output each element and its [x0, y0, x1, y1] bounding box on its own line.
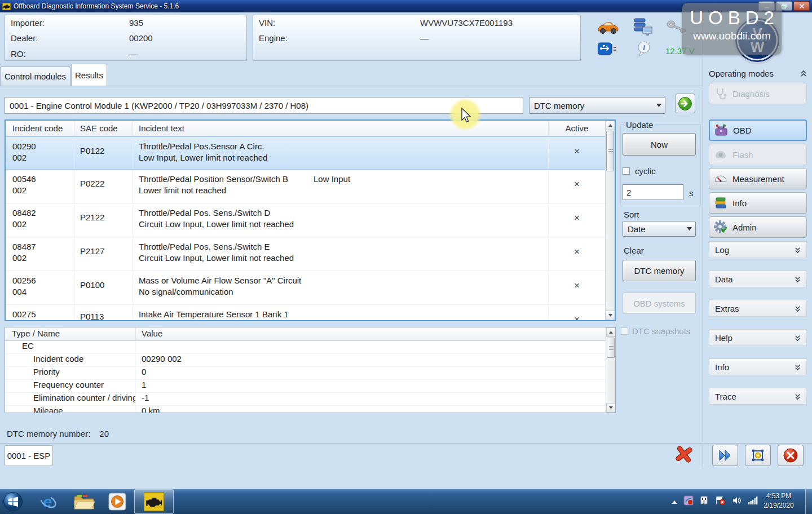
- continue-button[interactable]: [712, 445, 738, 466]
- network-server-icon: [633, 18, 654, 39]
- scroll-down-icon[interactable]: [606, 403, 616, 413]
- selected-module-field: 0001 - Engine Control Module 1 (KWP2000 …: [5, 97, 523, 114]
- close-button[interactable]: [793, 1, 810, 11]
- internet-explorer-icon[interactable]: e: [38, 493, 58, 512]
- window-title: Offboard Diagnostic Information System S…: [14, 2, 179, 10]
- detail-table-header: Type / Name Value: [5, 327, 606, 341]
- dtc-row[interactable]: 08487002 P2127 Throttle/Pedal Pos. Sens.…: [6, 237, 605, 271]
- svg-text:i: i: [643, 43, 645, 52]
- dtc-row[interactable]: 08482002 P2122 Throttle/Pedal Pos. Sens.…: [6, 203, 605, 237]
- dtc-table-scrollbar[interactable]: [605, 121, 615, 320]
- dtc-row[interactable]: 00275 P0113 Intake Air Temperature Senso…: [6, 305, 605, 321]
- clock-time: 4:53 PM: [760, 491, 797, 501]
- tray-network-icon[interactable]: [748, 497, 758, 507]
- clear-dtc-memory-button[interactable]: DTC memory: [623, 260, 696, 281]
- tab-esp-result[interactable]: 0001 - ESP: [5, 445, 53, 466]
- detail-row[interactable]: Elimination counter / driving-1: [5, 393, 606, 406]
- mode-flash-button[interactable]: Flash: [709, 144, 807, 165]
- tab-results[interactable]: Results: [71, 64, 107, 86]
- dtc-row[interactable]: 00256004 P0100 Mass or Volume Air Flow S…: [6, 271, 605, 305]
- scroll-down-icon[interactable]: [606, 311, 615, 320]
- mode-obd-button[interactable]: OBD: [709, 119, 807, 141]
- mode-info-button[interactable]: Info: [709, 192, 807, 214]
- tray-volume-icon[interactable]: [732, 496, 742, 507]
- dtc-count-label: DTC memory number:: [7, 429, 90, 438]
- section-extras[interactable]: Extras: [709, 300, 807, 317]
- close-result-icon[interactable]: [676, 446, 692, 465]
- sort-value: Date: [623, 224, 683, 234]
- col-type-name: Type / Name: [5, 327, 136, 340]
- chevron-down-icon: [683, 227, 695, 231]
- tray-action-center-icon[interactable]: [715, 495, 726, 508]
- clear-obd-systems-button[interactable]: OBD systems: [623, 293, 696, 314]
- tab-control-modules[interactable]: Control modules: [0, 67, 70, 86]
- tray-expand-icon[interactable]: [671, 497, 678, 507]
- vehicle-network-button[interactable]: [745, 445, 771, 466]
- books-icon: [714, 196, 727, 210]
- section-trace[interactable]: Trace: [709, 388, 807, 405]
- update-now-button[interactable]: Now: [623, 133, 696, 156]
- scroll-up-icon[interactable]: [606, 121, 615, 130]
- toolbox-icon: [714, 123, 728, 137]
- detail-row[interactable]: EC: [5, 341, 606, 354]
- show-desktop-button[interactable]: [805, 489, 812, 514]
- info-balloon-icon: i: [636, 41, 652, 60]
- chevron-down-icon: [652, 104, 665, 107]
- importer-value: 935: [129, 18, 143, 28]
- detail-row[interactable]: Incident code00290 002: [5, 354, 606, 367]
- mode-measurement-button[interactable]: Measurement: [709, 168, 807, 189]
- detail-table-scrollbar[interactable]: [606, 327, 615, 413]
- dtc-table: Incident code SAE code Incident text Act…: [5, 119, 616, 321]
- watermark-url: www.uobdii.com: [682, 30, 782, 42]
- section-info[interactable]: Info: [709, 358, 807, 375]
- bottom-right-panel: [703, 443, 812, 467]
- result-type-value: DTC memory: [529, 101, 652, 110]
- mode-admin-button[interactable]: Admin: [709, 216, 807, 238]
- ro-value: —: [129, 49, 138, 59]
- dtc-count-status: DTC memory number:20: [7, 429, 109, 438]
- dtc-snapshots-label: DTC snapshots: [632, 326, 690, 336]
- dtc-row[interactable]: 00290002 P0122 Throttle/Pedal Pos.Sensor…: [6, 136, 605, 170]
- col-incident-code: Incident code: [6, 121, 74, 136]
- sidebar: Operating modes Diagnosis OBD Flash Meas…: [703, 12, 812, 443]
- dtc-row[interactable]: 00546002 P0222 Throttle/Pedal Position S…: [6, 170, 605, 203]
- scroll-thumb[interactable]: [606, 131, 614, 171]
- gauge-icon: [714, 172, 727, 185]
- section-help[interactable]: Help: [709, 329, 807, 346]
- file-explorer-icon[interactable]: [73, 494, 95, 511]
- scroll-thumb[interactable]: [607, 338, 615, 358]
- dtc-snapshots-checkbox[interactable]: [621, 327, 628, 335]
- media-player-icon[interactable]: [108, 493, 126, 511]
- execute-button[interactable]: [675, 94, 695, 113]
- cyclic-checkbox[interactable]: [623, 167, 630, 175]
- scroll-up-icon[interactable]: [606, 327, 616, 337]
- chevron-double-down-icon: [795, 304, 801, 313]
- start-button[interactable]: [3, 491, 23, 512]
- section-data[interactable]: Data: [709, 271, 807, 287]
- result-type-select[interactable]: DTC memory: [529, 97, 665, 114]
- active-mark: ×: [549, 305, 605, 321]
- detail-row[interactable]: Mileage0 km: [5, 406, 606, 413]
- vehicle-id-panel: VIN: WVWVU73CX7E001193 Engine: —: [253, 15, 581, 61]
- section-log[interactable]: Log: [709, 241, 807, 258]
- col-active: Active: [549, 121, 605, 136]
- mode-diagnosis-button[interactable]: Diagnosis: [709, 83, 807, 104]
- tray-app-icon[interactable]: [683, 495, 694, 508]
- system-tray: [671, 489, 758, 514]
- app-engine-icon: [2, 3, 11, 10]
- collapse-chevron-up-icon[interactable]: [800, 69, 807, 78]
- vin-value: WVWVU73CX7E001193: [420, 18, 513, 28]
- chevron-double-down-icon: [795, 392, 801, 401]
- active-mark: ×: [549, 203, 605, 237]
- sort-label: Sort: [624, 210, 639, 219]
- taskbar-odis-app[interactable]: [134, 489, 174, 514]
- stethoscope-icon: [714, 87, 727, 100]
- sort-select[interactable]: Date: [623, 221, 696, 237]
- detail-row[interactable]: Priority0: [5, 367, 606, 380]
- detail-row[interactable]: Frequency counter1: [5, 380, 606, 393]
- clock-date: 2/19/2020: [760, 501, 797, 511]
- exit-button[interactable]: [778, 445, 804, 466]
- interval-input[interactable]: [623, 184, 683, 200]
- tray-power-icon[interactable]: [699, 495, 709, 508]
- taskbar-clock[interactable]: 4:53 PM 2/19/2020: [760, 491, 797, 511]
